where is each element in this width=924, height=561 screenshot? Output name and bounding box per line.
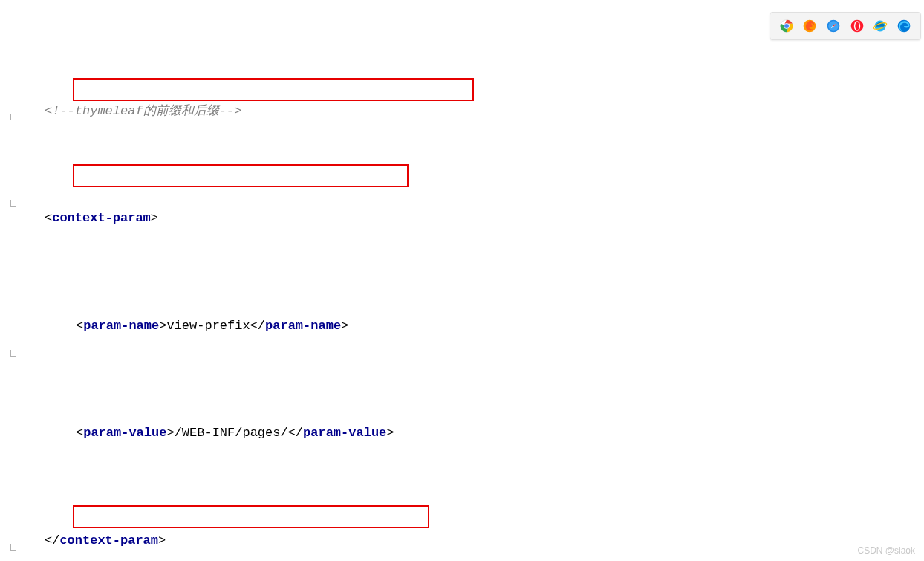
bracket: > [386, 423, 394, 444]
watermark: CSDN @siaok [857, 543, 915, 558]
edge-icon[interactable] [897, 19, 911, 33]
code-line[interactable]: <param-name>view-prefix</param-name> [45, 316, 924, 337]
comment-close: --> [219, 104, 242, 118]
bracket: </ [45, 531, 59, 552]
comment-open: <!-- [45, 104, 75, 118]
code-line[interactable]: <!--thymeleaf的前缀和后缀--> [45, 101, 924, 123]
safari-icon[interactable] [826, 19, 841, 33]
tag: context-param [59, 531, 158, 552]
editor-viewport[interactable]: <!--thymeleaf的前缀和后缀--> <context-param> <… [0, 0, 924, 561]
bracket: </ [288, 423, 303, 444]
code-line[interactable]: <param-value>/WEB-INF/pages/</param-valu… [45, 423, 924, 444]
text: view-prefix [166, 316, 250, 337]
fold-marker[interactable] [8, 352, 17, 361]
tag: param-name [83, 316, 159, 337]
bracket: > [341, 316, 348, 337]
svg-point-2 [784, 24, 789, 29]
bracket: < [76, 423, 83, 444]
fold-marker[interactable] [8, 546, 17, 555]
bracket: < [76, 316, 83, 337]
comment-text: thymeleaf的前缀和后缀 [75, 104, 219, 118]
opera-icon[interactable] [850, 19, 865, 33]
bracket: < [45, 208, 52, 230]
tag: param-value [83, 423, 166, 444]
browser-icons-toolbar[interactable] [770, 12, 921, 40]
bracket: </ [250, 316, 265, 337]
svg-point-10 [855, 22, 859, 30]
gutter [0, 0, 22, 561]
tag: param-name [265, 316, 341, 337]
firefox-icon[interactable] [802, 19, 817, 33]
bracket: > [151, 208, 158, 230]
ie-icon[interactable] [873, 19, 888, 33]
code-line[interactable]: </context-param> [45, 531, 924, 552]
tag: context-param [52, 208, 151, 230]
code-line[interactable]: <context-param> [45, 208, 924, 230]
tag: param-value [303, 423, 386, 444]
fold-marker[interactable] [8, 116, 17, 125]
bracket: > [166, 423, 174, 444]
text: /WEB-INF/pages/ [175, 423, 288, 444]
bracket: > [158, 531, 166, 552]
chrome-icon[interactable] [779, 19, 794, 33]
fold-marker[interactable] [8, 202, 17, 211]
code-area[interactable]: <!--thymeleaf的前缀和后缀--> <context-param> <… [0, 0, 924, 561]
bracket: > [159, 316, 166, 337]
